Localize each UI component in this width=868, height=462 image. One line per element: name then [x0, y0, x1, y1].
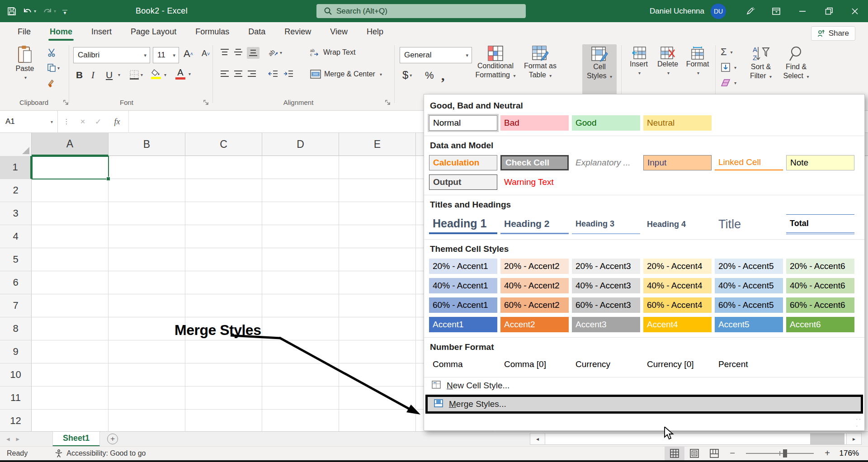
- style-total[interactable]: Total: [786, 214, 854, 234]
- grid-cell[interactable]: [185, 387, 262, 410]
- menu-item-new-cell-style[interactable]: New Cell Style...: [425, 377, 863, 394]
- underline-split-chevron[interactable]: ▾: [117, 72, 120, 77]
- column-header-e[interactable]: E: [339, 133, 416, 156]
- style-linked-cell[interactable]: Linked Cell: [715, 155, 783, 170]
- minimize-button[interactable]: [789, 0, 816, 22]
- font-family-select[interactable]: Calibri▾: [73, 47, 150, 63]
- add-sheet-button[interactable]: +: [107, 434, 118, 444]
- style-40-accent5[interactable]: 40% - Accent5: [715, 278, 783, 293]
- style-heading-4[interactable]: Heading 4: [643, 214, 712, 234]
- customize-qat-icon[interactable]: —▾: [62, 8, 67, 14]
- grid-cell[interactable]: [339, 410, 416, 431]
- sort-filter-button[interactable]: AZ Sort & Filter ▾: [745, 45, 777, 81]
- zoom-out-button[interactable]: −: [724, 446, 741, 460]
- style-percent[interactable]: Percent: [715, 357, 783, 372]
- grid-cell[interactable]: [108, 202, 185, 225]
- style-20-accent3[interactable]: 20% - Accent3: [572, 259, 640, 274]
- style-60-accent4[interactable]: 60% - Accent4: [643, 297, 712, 313]
- grid-cell[interactable]: [262, 202, 339, 225]
- grid-cell[interactable]: [262, 179, 339, 202]
- grid-cell[interactable]: [32, 363, 108, 387]
- style-60-accent5[interactable]: 60% - Accent5: [715, 297, 783, 313]
- grid-cell[interactable]: [32, 387, 108, 410]
- name-box[interactable]: A1 ▾: [0, 111, 58, 133]
- tab-home[interactable]: Home: [40, 22, 82, 42]
- grid-cell[interactable]: [262, 248, 339, 271]
- fill-color-button[interactable]: ▾: [151, 69, 161, 79]
- grid-cell[interactable]: [108, 294, 185, 317]
- grid-cell[interactable]: [32, 340, 108, 363]
- grid-cell[interactable]: [185, 248, 262, 271]
- chevron-down-icon[interactable]: ▾: [51, 119, 53, 124]
- grid-cell[interactable]: [185, 363, 262, 387]
- style-accent1[interactable]: Accent1: [429, 317, 497, 332]
- style-heading-1[interactable]: Heading 1: [429, 214, 497, 234]
- grid-cell[interactable]: [108, 156, 185, 179]
- conditional-formatting-button[interactable]: Conditional Formatting ▾: [474, 45, 517, 80]
- autosum-button[interactable]: Σ▾: [721, 46, 733, 58]
- find-select-button[interactable]: Find & Select ▾: [780, 45, 812, 81]
- align-center-button[interactable]: [233, 70, 243, 79]
- sheet-nav-left-icon[interactable]: ◂: [6, 435, 10, 443]
- grid-cell[interactable]: [32, 410, 108, 431]
- ribbon-display-options-icon[interactable]: [763, 0, 789, 22]
- chevron-down-icon[interactable]: ▾: [34, 9, 36, 14]
- font-size-select[interactable]: 11▾: [153, 47, 179, 63]
- grid-cell[interactable]: [262, 156, 339, 179]
- grid-cell[interactable]: [339, 179, 416, 202]
- row-header-3[interactable]: 3: [0, 202, 32, 225]
- row-header-2[interactable]: 2: [0, 179, 32, 202]
- save-icon[interactable]: [7, 7, 16, 16]
- grid-cell[interactable]: [108, 248, 185, 271]
- format-painter-button[interactable]: [47, 79, 56, 88]
- row-header-8[interactable]: 8: [0, 317, 32, 340]
- row-header-7[interactable]: 7: [0, 294, 32, 317]
- grid-cell[interactable]: [32, 271, 108, 294]
- insert-cells-button[interactable]: Insert ▾: [626, 46, 652, 78]
- decrease-indent-button[interactable]: [268, 70, 278, 79]
- zoom-slider[interactable]: [746, 453, 814, 454]
- wrap-text-button[interactable]: abc Wrap Text: [310, 48, 355, 57]
- style-title[interactable]: Title: [715, 214, 783, 234]
- menu-item-merge-styles[interactable]: Merge Styles...: [425, 395, 863, 414]
- style-60-accent6[interactable]: 60% - Accent6: [786, 297, 854, 313]
- undo-button[interactable]: ▾: [23, 7, 36, 16]
- column-header-d[interactable]: D: [262, 133, 339, 156]
- tab-help[interactable]: Help: [357, 22, 393, 42]
- grid-cell[interactable]: [108, 271, 185, 294]
- bottom-align-button[interactable]: [247, 47, 259, 59]
- share-button[interactable]: Share: [811, 26, 855, 41]
- horizontal-scrollbar[interactable]: ◂ ▸: [530, 433, 862, 445]
- style-output[interactable]: Output: [429, 174, 497, 190]
- grid-cell[interactable]: [339, 363, 416, 387]
- grid-cell[interactable]: [185, 410, 262, 431]
- scrollbar-thumb[interactable]: [810, 434, 844, 444]
- row-header-12[interactable]: 12: [0, 410, 32, 431]
- grid-cell[interactable]: [32, 202, 108, 225]
- grid-cell[interactable]: [32, 317, 108, 340]
- tab-review[interactable]: Review: [275, 22, 321, 42]
- style-60-accent1[interactable]: 60% - Accent1: [429, 297, 497, 313]
- insert-function-icon[interactable]: fx: [106, 117, 128, 127]
- style-input[interactable]: Input: [643, 155, 712, 170]
- middle-align-button[interactable]: [233, 48, 243, 57]
- row-header-4[interactable]: 4: [0, 225, 32, 248]
- style-check-cell[interactable]: Check Cell: [500, 155, 569, 170]
- grid-cell[interactable]: [108, 317, 185, 340]
- grid-cell[interactable]: [108, 410, 185, 431]
- accessibility-status[interactable]: Accessibility: Good to go: [55, 449, 146, 457]
- close-button[interactable]: [842, 0, 868, 22]
- tab-insert[interactable]: Insert: [82, 22, 121, 42]
- column-header-b[interactable]: B: [108, 133, 185, 156]
- tab-data[interactable]: Data: [239, 22, 275, 42]
- grid-cell[interactable]: [108, 340, 185, 363]
- grid-cell[interactable]: [32, 248, 108, 271]
- grid-cell[interactable]: [339, 202, 416, 225]
- font-color-button[interactable]: A ▾: [175, 68, 185, 80]
- align-left-button[interactable]: [220, 70, 230, 79]
- style-normal[interactable]: Normal: [429, 115, 497, 131]
- grid-cell[interactable]: [339, 294, 416, 317]
- grid-cell[interactable]: [185, 156, 262, 179]
- tab-formulas[interactable]: Formulas: [186, 22, 239, 42]
- format-cells-button[interactable]: Format ▾: [684, 46, 712, 78]
